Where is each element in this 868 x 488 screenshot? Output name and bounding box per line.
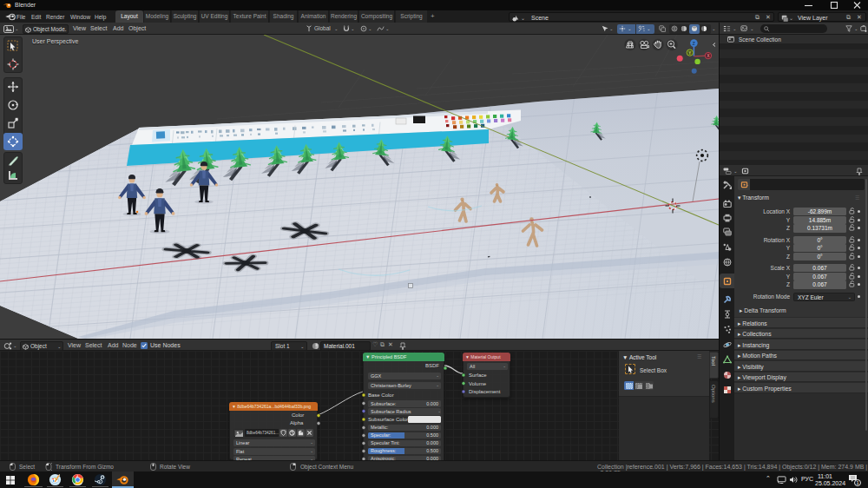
svg-text:Y: Y xyxy=(688,51,691,56)
svg-text:X: X xyxy=(707,54,709,58)
svg-text:Z: Z xyxy=(693,41,695,46)
